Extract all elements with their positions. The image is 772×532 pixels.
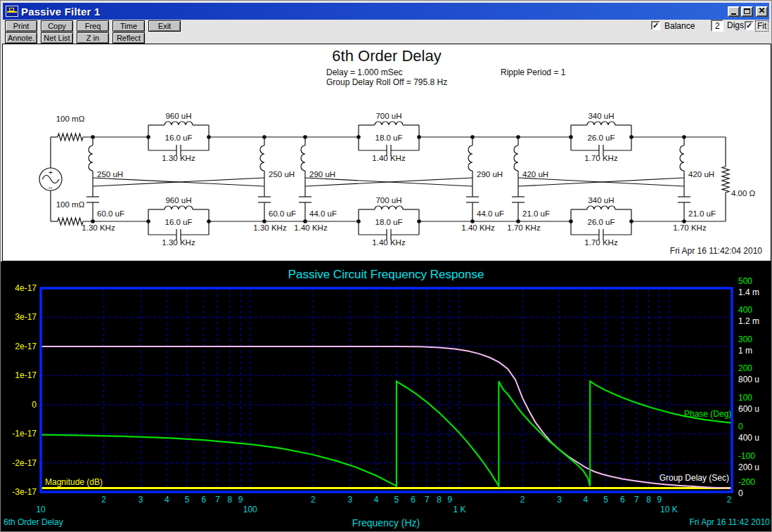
freq-major-tick-label: 1 K (453, 505, 466, 514)
freq-minor-tick-label: 4 (374, 495, 379, 505)
shunt-capacitor-label: 44.0 uF (309, 209, 337, 218)
freq-minor-tick-label: 8 (646, 495, 651, 505)
shunt-capacitor-label: 21.0 uF (688, 209, 716, 218)
frequency-response-chart: Passive Circuit Frequency Response4e-173… (1, 261, 772, 532)
shunt-frequency-label: 1.70 KHz (507, 223, 541, 232)
freq-minor-tick-label: 3 (139, 495, 143, 505)
phase-tick-label: 200 (738, 363, 752, 373)
inductor (89, 145, 93, 171)
tank-capacitor-label: 18.0 uF (375, 218, 403, 226)
delay-tick-label: 1.4 m (738, 287, 759, 297)
magnitude-tick-label: 4e-17 (15, 283, 37, 293)
freq-minor-tick-label: 8 (228, 495, 233, 505)
tank-frequency-label: 1.40 KHz (372, 154, 406, 162)
fit-checkbox[interactable]: ✓ (745, 21, 754, 30)
delay-tick-label: 1 m (738, 346, 752, 356)
freq-minor-tick-label: 6 (411, 495, 416, 505)
shunt-capacitor-label: 60.0 uF (269, 209, 296, 218)
resistor (722, 167, 729, 193)
shunt-capacitor-label: 60.0 uF (97, 209, 124, 218)
load-resistor-label: 4.00 Ω (731, 189, 756, 197)
magnitude-tick-label: 0 (32, 400, 37, 410)
magnitude-tick-label: 2e-17 (15, 342, 37, 351)
annotate-button[interactable]: Annote. (5, 32, 37, 44)
tank-capacitor-label: 16.0 uF (165, 134, 193, 142)
plus-sign: + (49, 169, 53, 176)
freq-major-tick-label: 100 (243, 505, 257, 514)
freq-minor-tick-label: 7 (425, 495, 430, 505)
close-button[interactable]: ✕ (756, 6, 768, 17)
close-icon: ✕ (757, 6, 766, 15)
phase-tick-label: 400 (738, 305, 752, 315)
shunt-capacitor-label: 21.0 uF (522, 209, 550, 218)
inductor (375, 122, 403, 125)
phase-tick-label: 100 (738, 393, 752, 403)
resistor (58, 134, 83, 141)
shunt-inductor-label: 290 uH (309, 170, 335, 179)
inductor (165, 206, 193, 209)
chart-root: Passive Circuit Frequency Response4e-173… (4, 268, 770, 528)
tank-frequency-label: 1.30 KHz (162, 238, 195, 247)
balance-checkbox[interactable]: ✓ (651, 21, 660, 30)
freq-button[interactable]: Freq (77, 20, 109, 32)
shunt-inductor-label: 420 uH (522, 170, 548, 179)
tank-frequency-label: 1.30 KHz (162, 154, 195, 162)
shunt-frequency-label: 1.30 KHz (253, 223, 287, 232)
inductor (165, 122, 193, 125)
phase-tick-label: 0 (738, 422, 743, 432)
zin-button[interactable]: Z in (77, 32, 109, 44)
tank-inductor-label: 340 uH (588, 196, 614, 205)
magnitude-tick-label: -3e-17 (12, 487, 37, 497)
delay-tick-label: 200 u (738, 462, 759, 472)
tank-capacitor-label: 16.0 uF (165, 218, 193, 226)
shunt-frequency-label: 1.40 KHz (461, 223, 495, 232)
inductor (260, 145, 264, 171)
inductor (375, 206, 403, 209)
time-button[interactable]: Time (112, 20, 145, 32)
freq-minor-tick-label: 7 (634, 495, 639, 505)
inductor (301, 145, 305, 171)
freq-minor-tick-label: 9 (657, 495, 662, 505)
sine-icon (42, 176, 59, 183)
plot-border (41, 288, 732, 492)
reflect-button[interactable]: Reflect (112, 32, 145, 44)
schematic-panel: 6th Order Delay Delay = 1.000 mSec Rippl… (2, 44, 771, 261)
freq-minor-tick-label: 5 (394, 495, 399, 505)
fit-label: Fit (755, 20, 768, 32)
magnitude-tick-label: -2e-17 (12, 458, 37, 468)
maximize-button[interactable] (741, 6, 753, 17)
netlist-button[interactable]: Net List (41, 32, 73, 44)
shunt-inductor-label: 290 uH (477, 170, 503, 179)
copy-button[interactable]: Copy (41, 20, 73, 32)
magnitude-series-label: Magnitude (dB) (45, 477, 103, 487)
inductor (468, 145, 472, 171)
shunt-frequency-label: 1.30 KHz (82, 223, 115, 232)
tank-frequency-label: 1.70 KHz (584, 238, 618, 247)
freq-minor-tick-label: 6 (201, 495, 206, 505)
print-button[interactable]: Print (5, 20, 37, 32)
tank-capacitor-label: 26.0 uF (588, 134, 615, 142)
chart-footer-left: 6th Order Delay (4, 517, 63, 527)
exit-button[interactable]: Exit (148, 20, 181, 32)
grid (41, 288, 732, 492)
resistor (58, 218, 83, 225)
tank-inductor-label: 960 uH (165, 112, 191, 120)
schematic-timestamp: Fri Apr 16 11:42:04 2010 (670, 246, 762, 256)
minimize-button[interactable] (728, 6, 740, 17)
delay-tick-label: 400 u (738, 433, 759, 443)
freq-minor-tick-label: 3 (557, 495, 562, 505)
circuit: +−100 mΩ100 mΩ250 uH60.0 uF1.30 KHz250 u… (39, 112, 756, 247)
shunt-inductor-label: 420 uH (688, 170, 714, 179)
delay-tick-label: 0 (738, 488, 743, 498)
digs-input[interactable] (711, 20, 723, 32)
phase-series-label: Phase (Deg) (684, 409, 731, 419)
inductor (514, 145, 518, 171)
freq-minor-tick-label: 2 (101, 495, 106, 505)
phase-tick-label: -100 (738, 451, 755, 461)
freq-major-tick-label: 10 K (660, 505, 678, 514)
freq-minor-tick-label: 2 (520, 495, 525, 505)
tank-inductor-label: 700 uH (375, 112, 401, 120)
delay-tick-label: 800 u (738, 375, 759, 384)
app-window: Passive Filter 1 ✕ Print Copy Freq Time … (0, 0, 772, 532)
freq-minor-tick-label: 4 (584, 495, 588, 505)
